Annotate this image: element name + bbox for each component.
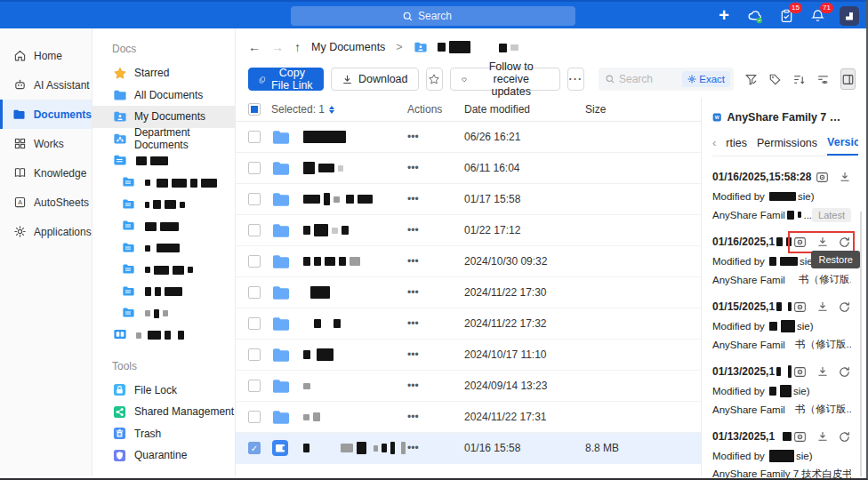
docs-item-folder-redacted[interactable] — [92, 259, 235, 281]
docs-item-folder-redacted[interactable] — [92, 149, 235, 172]
docs-item-starred[interactable]: Starred — [92, 62, 235, 84]
cloud-sync-icon[interactable] — [746, 7, 764, 25]
row-checkbox[interactable] — [248, 348, 261, 361]
list-search[interactable]: Exact — [599, 68, 734, 91]
docs-item-all-documents[interactable]: All Documents — [92, 84, 235, 107]
list-search-input[interactable] — [619, 73, 679, 85]
sidebar-item-knowledge[interactable]: Knowledge — [0, 158, 92, 188]
docs-item-folder-redacted[interactable] — [92, 215, 235, 237]
copy-file-link-button[interactable]: Copy File Link — [248, 68, 324, 91]
docs-item-folder-redacted[interactable] — [92, 172, 235, 194]
preview-icon[interactable] — [793, 300, 807, 314]
hidden-items-eye-icon[interactable] — [816, 68, 830, 90]
row-actions[interactable]: ••• — [407, 317, 464, 330]
global-search[interactable] — [291, 6, 575, 26]
chevron-left-icon[interactable]: ‹ — [712, 136, 716, 149]
row-actions[interactable]: ••• — [407, 411, 464, 423]
restore-icon[interactable] — [838, 300, 851, 314]
docs-item-folder-redacted[interactable] — [92, 236, 235, 259]
table-row[interactable]: ••• 2024/11/22 17:31 — [236, 402, 701, 433]
table-row[interactable]: ••• 06/26 16:21 — [236, 122, 701, 153]
tools-item-shared-management[interactable]: Shared Management — [92, 401, 235, 423]
docs-item-folder-redacted[interactable] — [92, 193, 235, 215]
tasks-icon[interactable]: 15 — [777, 7, 795, 25]
sidebar-item-autosheets[interactable]: A AutoSheets — [0, 188, 92, 217]
row-checkbox[interactable] — [248, 317, 261, 330]
sort-arrows-icon[interactable] — [329, 106, 334, 114]
breadcrumb-my-documents[interactable]: My Documents — [311, 41, 385, 53]
table-row[interactable]: ••• 2024/11/22 17:30 — [236, 277, 701, 308]
avatar[interactable] — [840, 6, 859, 26]
tag-icon[interactable] — [768, 68, 782, 90]
select-all-checkbox[interactable] — [248, 103, 261, 116]
table-row[interactable]: ••• 01/17 15:58 — [236, 184, 701, 215]
row-checkbox[interactable] — [248, 224, 261, 236]
row-actions[interactable]: ••• — [407, 442, 464, 454]
docs-item-library-redacted[interactable] — [92, 324, 235, 346]
row-checkbox[interactable] — [248, 255, 261, 268]
table-row[interactable]: ••• 2024/10/30 09:32 — [236, 246, 701, 277]
table-row[interactable]: ••• 2024/10/17 11:10 — [236, 340, 701, 371]
sidebar-item-documents[interactable]: Documents — [0, 100, 92, 129]
star-button[interactable] — [426, 68, 443, 91]
table-row[interactable]: ••• 2024/11/22 17:32 — [236, 308, 701, 340]
table-row-selected[interactable]: ✓ ••• 01/16 15:58 8.8 MB — [236, 433, 701, 464]
docs-item-my-documents[interactable]: My Documents — [92, 106, 235, 128]
download-icon[interactable] — [816, 365, 829, 379]
column-header-date-modified[interactable]: Date modified — [464, 103, 585, 116]
table-row[interactable]: ••• 06/11 16:04 — [236, 153, 701, 184]
preview-icon[interactable] — [793, 236, 807, 249]
download-button[interactable]: Download — [331, 68, 419, 91]
tools-item-quarantine[interactable]: Quarantine — [92, 444, 235, 467]
sort-icon[interactable] — [792, 68, 806, 90]
preview-icon[interactable] — [793, 365, 807, 379]
back-icon[interactable]: ← — [248, 40, 261, 54]
row-actions[interactable]: ••• — [407, 224, 464, 236]
column-header-size[interactable]: Size — [585, 103, 688, 116]
create-icon[interactable]: + — [715, 6, 733, 24]
restore-icon[interactable] — [838, 365, 851, 379]
download-icon[interactable] — [838, 171, 851, 184]
download-icon[interactable] — [816, 300, 829, 314]
tab-permissions[interactable]: Permissions — [757, 130, 817, 156]
tools-item-trash[interactable]: Trash — [92, 423, 235, 445]
row-actions[interactable]: ••• — [407, 193, 464, 205]
row-checkbox[interactable] — [248, 380, 261, 392]
row-actions[interactable]: ••• — [407, 286, 464, 299]
notifications-bell-icon[interactable]: 71 — [808, 7, 826, 25]
row-actions[interactable]: ••• — [407, 255, 464, 268]
row-checkbox[interactable] — [248, 162, 261, 174]
global-search-input[interactable] — [418, 10, 464, 22]
row-actions[interactable]: ••• — [407, 162, 464, 174]
sidebar-item-home[interactable]: Home — [0, 41, 92, 70]
tab-properties-partial[interactable]: rties — [726, 130, 747, 156]
row-checkbox[interactable] — [248, 286, 261, 299]
row-checkbox[interactable] — [248, 131, 261, 143]
download-icon[interactable] — [816, 430, 829, 444]
row-checkbox[interactable] — [248, 193, 261, 205]
row-actions[interactable]: ••• — [407, 348, 464, 361]
table-row[interactable]: ••• 01/22 17:12 — [236, 215, 701, 246]
preview-icon[interactable] — [793, 430, 807, 444]
details-panel-toggle-icon[interactable] — [840, 68, 856, 90]
sidebar-item-applications[interactable]: Applications — [0, 217, 92, 246]
table-row[interactable]: ••• 2024/09/14 13:23 — [236, 371, 701, 402]
up-icon[interactable]: ↑ — [294, 40, 301, 54]
docs-item-folder-redacted[interactable] — [92, 302, 235, 324]
sidebar-item-ai-assistant[interactable]: AI Assistant — [0, 70, 92, 100]
exact-toggle[interactable]: Exact — [682, 71, 730, 87]
restore-icon[interactable] — [838, 236, 851, 249]
restore-icon[interactable] — [838, 430, 851, 444]
docs-item-department-documents[interactable]: Department Documents — [92, 128, 235, 150]
column-header-actions[interactable]: Actions — [407, 103, 464, 116]
filter-funnel-icon[interactable] — [744, 68, 758, 90]
forward-icon[interactable]: → — [271, 40, 284, 54]
tools-item-file-lock[interactable]: File Lock — [92, 380, 235, 402]
row-checkbox-checked[interactable]: ✓ — [248, 442, 261, 454]
row-checkbox[interactable] — [248, 411, 261, 423]
follow-updates-button[interactable]: Follow to receive updates — [450, 68, 560, 91]
sidebar-item-works[interactable]: Works — [0, 129, 92, 158]
preview-icon[interactable] — [816, 171, 829, 184]
download-icon[interactable] — [816, 236, 829, 249]
more-actions-button[interactable]: ··· — [567, 68, 584, 91]
